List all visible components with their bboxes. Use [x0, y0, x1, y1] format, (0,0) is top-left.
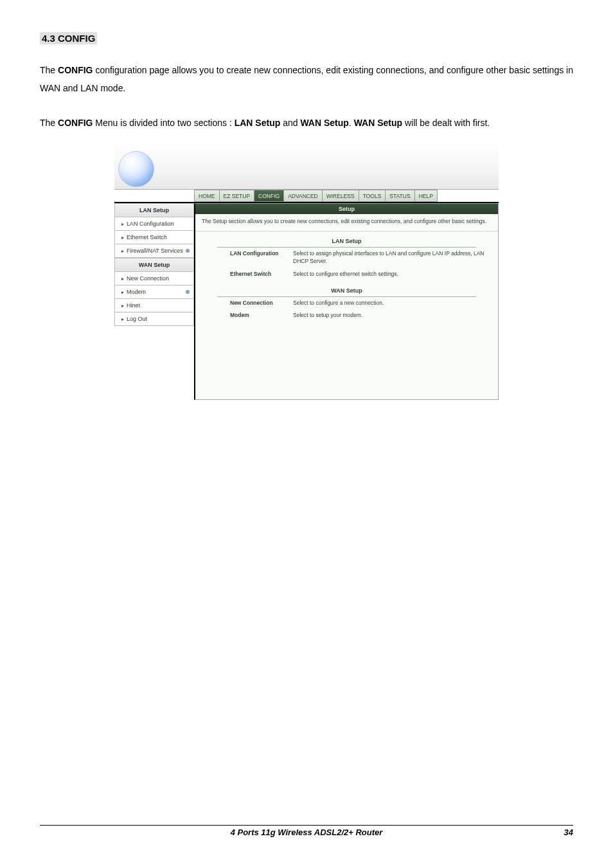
- status-dot-icon: [186, 290, 190, 294]
- content-description: The Setup section allows you to create n…: [195, 214, 498, 231]
- footer-page-number: 34: [547, 827, 573, 837]
- sidebar-item-label: LAN Configuration: [127, 221, 190, 227]
- tab-advanced[interactable]: ADVANCED: [283, 190, 322, 202]
- row-lan-configuration: LAN Configuration Select to assign physi…: [195, 248, 498, 268]
- top-tab-bar: HOME EZ SETUP CONFIG ADVANCED WIRELESS T…: [114, 190, 499, 202]
- row-value: Select to setup your modem.: [293, 312, 485, 320]
- router-body: LAN Setup ▸ LAN Configuration ▸ Ethernet…: [114, 202, 499, 400]
- sidebar-item-label: Ethernet Switch: [127, 234, 190, 240]
- row-modem: Modem Select to setup your modem.: [195, 309, 498, 322]
- sidebar-item-label: Hinet: [127, 302, 190, 309]
- sidebar-item-firewall-nat[interactable]: ▸ Firewall/NAT Services: [114, 244, 194, 258]
- text: The: [40, 65, 58, 75]
- content-subhead-lan: LAN Setup: [195, 231, 498, 247]
- text-bold: WAN Setup: [354, 118, 402, 128]
- router-header: [114, 149, 499, 190]
- row-key: LAN Configuration: [230, 250, 288, 266]
- caret-icon: ▸: [121, 221, 124, 227]
- sidebar-item-modem[interactable]: ▸ Modem: [114, 285, 194, 299]
- text-bold: CONFIG: [58, 65, 93, 75]
- tab-home[interactable]: HOME: [194, 190, 219, 202]
- tab-status[interactable]: STATUS: [385, 190, 414, 202]
- content-panel: Setup The Setup section allows you to cr…: [194, 203, 499, 400]
- row-value: Select to configure ethernet switch sett…: [293, 271, 485, 278]
- paragraph-2: The CONFIG Menu is divided into two sect…: [40, 114, 573, 132]
- text: .: [349, 118, 354, 128]
- content-title: Setup: [195, 204, 498, 214]
- text: configuration page allows you to create …: [40, 65, 573, 93]
- caret-icon: ▸: [121, 248, 124, 254]
- sidebar-group-wan-setup: WAN Setup: [114, 258, 194, 272]
- tab-help[interactable]: HELP: [414, 190, 438, 202]
- tab-tools[interactable]: TOOLS: [359, 190, 386, 202]
- text: Menu is divided into two sections :: [93, 118, 234, 128]
- sidebar-item-hinet[interactable]: ▸ Hinet: [114, 299, 194, 312]
- status-dot-icon: [186, 249, 190, 253]
- sidebar-item-label: Modem: [127, 289, 183, 295]
- router-logo-icon: [118, 151, 154, 187]
- tab-wireless[interactable]: WIRELESS: [322, 190, 359, 202]
- sidebar-group-lan-setup: LAN Setup: [114, 203, 194, 217]
- sidebar-item-label: New Connection: [127, 275, 190, 282]
- row-new-connection: New Connection Select to configure a new…: [195, 297, 498, 310]
- row-value: Select to configure a new connection.: [293, 300, 485, 307]
- router-ui-screenshot: HOME EZ SETUP CONFIG ADVANCED WIRELESS T…: [114, 149, 499, 400]
- footer-title: 4 Ports 11g Wireless ADSL2/2+ Router: [66, 827, 547, 837]
- text: will be dealt with first.: [402, 118, 490, 128]
- sidebar-item-label: Firewall/NAT Services: [127, 248, 183, 254]
- text-bold: CONFIG: [58, 118, 93, 128]
- footer-spacer: [40, 827, 66, 837]
- row-key: Ethernet Switch: [230, 271, 288, 278]
- text: The: [40, 118, 58, 128]
- row-key: Modem: [230, 312, 288, 320]
- row-value: Select to assign physical interfaces to …: [293, 250, 485, 266]
- page-footer: 4 Ports 11g Wireless ADSL2/2+ Router 34: [40, 825, 573, 837]
- sidebar-item-ethernet-switch[interactable]: ▸ Ethernet Switch: [114, 231, 194, 244]
- tabbar-spacer: [114, 190, 194, 202]
- text: and: [280, 118, 300, 128]
- section-heading: 4.3 CONFIG: [40, 32, 97, 44]
- caret-icon: ▸: [121, 303, 124, 309]
- sidebar-item-logout[interactable]: ▸ Log Out: [114, 312, 194, 326]
- caret-icon: ▸: [121, 276, 124, 282]
- paragraph-1: The CONFIG configuration page allows you…: [40, 61, 573, 97]
- text-bold: LAN Setup: [235, 118, 281, 128]
- row-key: New Connection: [230, 300, 288, 307]
- caret-icon: ▸: [121, 316, 124, 322]
- row-ethernet-switch: Ethernet Switch Select to configure ethe…: [195, 268, 498, 281]
- tab-ezsetup[interactable]: EZ SETUP: [219, 190, 254, 202]
- sidebar-item-new-connection[interactable]: ▸ New Connection: [114, 272, 194, 285]
- tab-config[interactable]: CONFIG: [254, 190, 283, 202]
- text-bold: WAN Setup: [300, 118, 348, 128]
- caret-icon: ▸: [121, 289, 124, 295]
- sidebar-item-label: Log Out: [127, 316, 190, 322]
- sidebar: LAN Setup ▸ LAN Configuration ▸ Ethernet…: [114, 203, 194, 400]
- content-subhead-wan: WAN Setup: [195, 281, 498, 296]
- sidebar-item-lan-configuration[interactable]: ▸ LAN Configuration: [114, 217, 194, 231]
- caret-icon: ▸: [121, 235, 124, 240]
